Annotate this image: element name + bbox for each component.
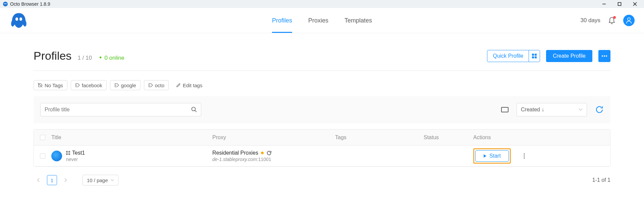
row-more-button[interactable] [524, 153, 525, 159]
logo-icon [9, 12, 28, 29]
no-tags-filter[interactable]: No Tags [34, 80, 67, 90]
svg-rect-13 [535, 56, 537, 58]
profile-last-run: never [66, 157, 85, 162]
col-header-tags: Tags [335, 134, 424, 141]
col-header-title: Title [51, 134, 212, 141]
svg-point-19 [150, 85, 150, 86]
user-icon [626, 17, 632, 23]
keyboard-icon[interactable] [501, 107, 508, 112]
svg-point-2 [6, 3, 7, 4]
no-tags-icon [38, 83, 43, 88]
select-all-checkbox[interactable] [40, 135, 45, 140]
svg-rect-10 [532, 54, 534, 56]
profile-count: 1 / 10 [77, 55, 92, 61]
svg-point-27 [524, 155, 525, 156]
refresh-button[interactable] [595, 105, 604, 114]
window-maximize-button[interactable] [612, 0, 627, 8]
start-button[interactable]: Start [475, 150, 509, 162]
tag-chip-facebook[interactable]: facebook [71, 80, 107, 90]
col-header-proxy: Proxy [212, 134, 335, 141]
online-dot-icon: • [99, 54, 102, 61]
svg-point-20 [192, 107, 196, 111]
svg-point-28 [524, 157, 525, 158]
svg-rect-25 [68, 153, 70, 155]
svg-rect-22 [66, 151, 68, 153]
tag-icon [148, 83, 153, 88]
search-input[interactable] [41, 107, 187, 113]
windows-icon [529, 54, 540, 58]
tag-chip-google[interactable]: google [110, 80, 141, 90]
proxy-name: Residential Proxies [212, 150, 258, 156]
window-title: Octo Browser 1.8.9 [10, 1, 50, 7]
edit-tags-button[interactable]: Edit tags [176, 83, 202, 88]
sort-direction: ↓ [541, 107, 544, 112]
tag-label: octo [155, 83, 164, 88]
ellipsis-icon [602, 55, 607, 57]
svg-point-17 [76, 85, 77, 86]
app-header: Profiles Proxies Templates 30 days [0, 8, 644, 33]
sort-select[interactable]: Created ↓ [517, 103, 587, 116]
online-count: 0 online [104, 55, 124, 61]
svg-point-0 [3, 2, 8, 6]
svg-point-1 [4, 3, 5, 4]
tag-icon [114, 83, 119, 88]
proxy-check-button[interactable] [266, 150, 272, 156]
window-minimize-button[interactable] [596, 0, 612, 8]
play-icon [483, 154, 487, 158]
pencil-icon [176, 83, 181, 88]
tag-chip-octo[interactable]: octo [144, 80, 169, 90]
row-checkbox[interactable] [40, 153, 45, 159]
search-icon [191, 107, 197, 113]
quick-profile-button[interactable]: Quick Profile [487, 50, 540, 62]
refresh-icon [266, 150, 272, 156]
col-header-status: Status [424, 134, 473, 141]
create-profile-button[interactable]: Create Profile [546, 50, 592, 62]
edit-tags-label: Edit tags [183, 83, 202, 88]
table-row: Test1 never Residential Proxies de-1.sta… [34, 146, 610, 166]
search-button[interactable] [187, 107, 201, 113]
proxy-port: :11001 [257, 157, 271, 162]
more-options-button[interactable] [598, 50, 610, 62]
svg-rect-12 [532, 56, 534, 58]
svg-rect-23 [68, 151, 70, 153]
notification-dot-icon [613, 16, 616, 19]
proxy-status-dot-icon [261, 152, 264, 154]
svg-point-18 [116, 85, 116, 86]
tag-icon [75, 83, 80, 88]
tag-label: facebook [82, 83, 102, 88]
svg-point-7 [15, 17, 18, 21]
chevron-down-icon [111, 179, 114, 181]
window-close-button[interactable] [627, 0, 643, 8]
svg-rect-4 [618, 3, 621, 6]
col-header-actions: Actions [473, 134, 610, 141]
svg-point-8 [19, 17, 22, 21]
windows-icon [66, 151, 70, 155]
svg-point-9 [628, 18, 630, 20]
start-label: Start [489, 153, 501, 159]
refresh-icon [595, 105, 604, 114]
page-number-button[interactable]: 1 [47, 175, 57, 185]
nav-tab-proxies[interactable]: Proxies [308, 8, 328, 33]
svg-point-14 [602, 55, 603, 57]
quick-profile-label: Quick Profile [487, 53, 529, 59]
proxy-host: de-1.stableproxy.com [212, 157, 257, 162]
page-prev-button[interactable] [34, 175, 43, 185]
subscription-days[interactable]: 30 days [580, 17, 600, 24]
chevron-down-icon [579, 108, 583, 111]
svg-point-16 [606, 55, 607, 57]
page-size-label: 10 / page [87, 177, 108, 183]
nav-tab-templates[interactable]: Templates [344, 8, 372, 33]
notifications-button[interactable] [608, 17, 615, 24]
nav-tab-profiles[interactable]: Profiles [272, 8, 292, 33]
sort-label: Created [521, 107, 540, 112]
profile-name[interactable]: Test1 [72, 150, 85, 156]
profile-avatar-icon [51, 151, 62, 161]
user-avatar-button[interactable] [623, 15, 635, 26]
app-icon [3, 1, 8, 7]
page-next-button[interactable] [61, 175, 70, 185]
profiles-table: Title Proxy Tags Status Actions Test1 ne… [34, 129, 610, 167]
svg-rect-11 [535, 54, 537, 56]
title-bar: Octo Browser 1.8.9 [0, 0, 644, 8]
tag-label: google [121, 83, 136, 88]
page-size-select[interactable]: 10 / page [83, 175, 118, 185]
